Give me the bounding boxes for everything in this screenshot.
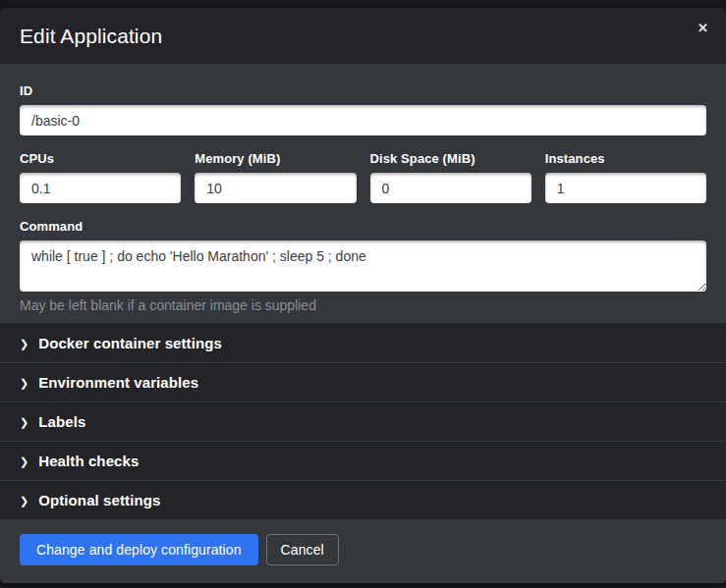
section-label: Optional settings — [38, 492, 160, 508]
section-environment-variables[interactable]: ❯ Environment variables — [0, 362, 726, 401]
memory-input[interactable] — [195, 173, 356, 203]
cpus-label: CPUs — [20, 151, 181, 166]
chevron-right-icon: ❯ — [20, 456, 28, 467]
modal-footer: Change and deploy configuration Cancel — [0, 519, 726, 583]
chevron-right-icon: ❯ — [20, 496, 28, 507]
instances-field-group: Instances — [545, 151, 706, 203]
memory-label: Memory (MiB) — [195, 151, 356, 166]
cancel-button[interactable]: Cancel — [266, 534, 339, 565]
edit-application-modal: Edit Application ✕ ID CPUs Memory (MiB) … — [0, 8, 726, 583]
resources-field-row: CPUs Memory (MiB) Disk Space (MiB) Insta… — [20, 151, 706, 203]
command-label: Command — [20, 219, 706, 234]
collapsible-sections: ❯ Docker container settings ❯ Environmen… — [0, 323, 726, 519]
modal-title: Edit Application — [20, 25, 162, 48]
section-docker-container-settings[interactable]: ❯ Docker container settings — [0, 323, 726, 362]
section-label: Environment variables — [38, 374, 198, 391]
disk-space-label: Disk Space (MiB) — [370, 151, 531, 166]
command-help-text: May be left blank if a container image i… — [20, 297, 706, 313]
section-health-checks[interactable]: ❯ Health checks — [0, 441, 726, 480]
section-labels[interactable]: ❯ Labels — [0, 401, 726, 441]
id-label: ID — [20, 83, 706, 98]
instances-input[interactable] — [545, 173, 706, 203]
memory-field-group: Memory (MiB) — [195, 151, 356, 203]
edit-application-form: ID CPUs Memory (MiB) Disk Space (MiB) In… — [0, 64, 726, 323]
command-field-group: Command while [ true ] ; do echo 'Hello … — [20, 219, 706, 313]
close-icon[interactable]: ✕ — [694, 18, 712, 38]
id-input[interactable] — [20, 105, 706, 135]
id-field-group: ID — [20, 83, 706, 135]
instances-label: Instances — [545, 151, 706, 166]
section-optional-settings[interactable]: ❯ Optional settings — [0, 480, 726, 519]
section-label: Docker container settings — [38, 335, 222, 351]
cpus-input[interactable] — [20, 173, 181, 203]
cpus-field-group: CPUs — [20, 151, 181, 203]
chevron-right-icon: ❯ — [20, 417, 28, 428]
chevron-right-icon: ❯ — [20, 338, 28, 348]
disk-space-field-group: Disk Space (MiB) — [370, 151, 531, 203]
modal-header: Edit Application ✕ — [0, 8, 726, 64]
section-label: Health checks — [38, 453, 139, 469]
change-and-deploy-button[interactable]: Change and deploy configuration — [20, 534, 258, 565]
section-label: Labels — [38, 413, 85, 430]
disk-space-input[interactable] — [370, 173, 531, 203]
chevron-right-icon: ❯ — [20, 378, 28, 389]
command-textarea[interactable]: while [ true ] ; do echo 'Hello Marathon… — [20, 241, 706, 292]
